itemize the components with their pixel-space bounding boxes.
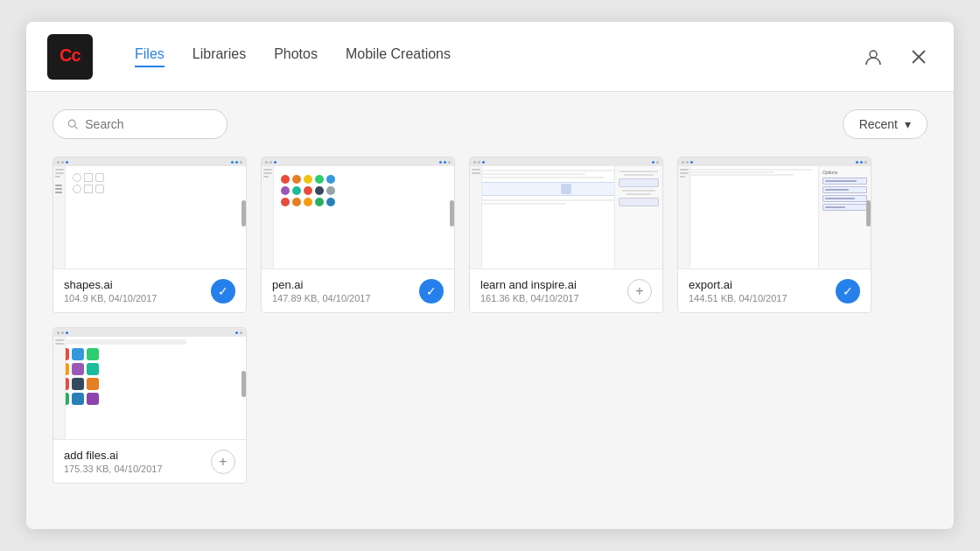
- file-info-addfiles: add files.ai 175.33 KB, 04/10/2017 +: [53, 440, 246, 483]
- search-box: [52, 109, 228, 139]
- app-window: Cc Files Libraries Photos Mobile Creatio…: [26, 22, 954, 529]
- svg-point-1: [870, 51, 877, 58]
- file-meta-pen: pen.ai 147.89 KB, 04/10/2017: [272, 278, 419, 303]
- file-detail-shapes: 104.9 KB, 04/10/2017: [64, 293, 211, 303]
- file-meta-export: export.ai 144.51 KB, 04/10/2017: [689, 278, 836, 303]
- file-detail-pen: 147.89 KB, 04/10/2017: [272, 293, 419, 303]
- sort-arrow-icon: ▾: [905, 117, 911, 131]
- file-card-pen[interactable]: pen.ai 147.89 KB, 04/10/2017 ✓: [261, 157, 455, 313]
- thumbnail-learn: [470, 157, 662, 269]
- tab-mobile-creations[interactable]: Mobile Creations: [346, 46, 451, 67]
- file-card-learn[interactable]: learn and inspire.ai 161.36 KB, 04/10/20…: [469, 157, 663, 313]
- app-logo[interactable]: Cc: [47, 34, 93, 80]
- file-name-learn: learn and inspire.ai: [480, 278, 627, 291]
- sort-dropdown[interactable]: Recent ▾: [843, 109, 928, 139]
- search-icon: [67, 118, 78, 130]
- thumbnail-pen: [262, 157, 454, 269]
- check-icon-pen: ✓: [426, 284, 437, 298]
- svg-text:Cc: Cc: [60, 45, 80, 65]
- check-icon-shapes: ✓: [218, 284, 228, 298]
- close-icon: [911, 49, 927, 65]
- file-action-learn[interactable]: +: [627, 279, 652, 303]
- thumbnail-shapes: [53, 157, 246, 269]
- file-action-pen[interactable]: ✓: [419, 279, 444, 303]
- file-info-learn: learn and inspire.ai 161.36 KB, 04/10/20…: [470, 269, 662, 312]
- header-actions: [859, 43, 933, 71]
- grid-row-2: add files.ai 175.33 KB, 04/10/2017 +: [52, 327, 928, 484]
- file-detail-export: 144.51 KB, 04/10/2017: [689, 293, 836, 303]
- file-name-addfiles: add files.ai: [64, 449, 211, 462]
- nav-tabs: Files Libraries Photos Mobile Creations: [135, 46, 859, 67]
- file-info-shapes: shapes.ai 104.9 KB, 04/10/2017 ✓: [53, 269, 246, 312]
- file-name-export: export.ai: [689, 278, 836, 291]
- search-input[interactable]: [85, 117, 213, 131]
- files-grid: shapes.ai 104.9 KB, 04/10/2017 ✓: [26, 157, 954, 529]
- plus-icon-addfiles: +: [219, 454, 227, 470]
- user-icon: [864, 47, 883, 66]
- header: Cc Files Libraries Photos Mobile Creatio…: [26, 22, 954, 92]
- plus-icon-learn: +: [635, 283, 643, 299]
- tab-libraries[interactable]: Libraries: [192, 46, 246, 67]
- svg-point-4: [68, 120, 75, 127]
- sort-label: Recent: [859, 117, 898, 131]
- check-icon-export: ✓: [843, 284, 853, 298]
- file-meta-addfiles: add files.ai 175.33 KB, 04/10/2017: [64, 449, 211, 474]
- logo-icon: Cc: [58, 42, 82, 72]
- file-action-export[interactable]: ✓: [836, 279, 860, 303]
- file-name-shapes: shapes.ai: [64, 278, 211, 291]
- file-name-pen: pen.ai: [272, 278, 419, 291]
- grid-row-1: shapes.ai 104.9 KB, 04/10/2017 ✓: [52, 157, 928, 313]
- thumbnail-addfiles: [53, 328, 246, 440]
- user-button[interactable]: [859, 43, 887, 71]
- close-button[interactable]: [905, 43, 933, 71]
- file-detail-addfiles: 175.33 KB, 04/10/2017: [64, 464, 211, 474]
- file-meta-shapes: shapes.ai 104.9 KB, 04/10/2017: [64, 278, 211, 303]
- file-info-pen: pen.ai 147.89 KB, 04/10/2017 ✓: [262, 269, 454, 312]
- toolbar: Recent ▾: [26, 92, 954, 157]
- thumbnail-export: Options: [678, 157, 871, 269]
- file-meta-learn: learn and inspire.ai 161.36 KB, 04/10/20…: [480, 278, 627, 303]
- file-card-shapes[interactable]: shapes.ai 104.9 KB, 04/10/2017 ✓: [52, 157, 247, 313]
- tab-photos[interactable]: Photos: [274, 46, 318, 67]
- file-detail-learn: 161.36 KB, 04/10/2017: [480, 293, 627, 303]
- file-info-export: export.ai 144.51 KB, 04/10/2017 ✓: [678, 269, 871, 312]
- file-card-addfiles[interactable]: add files.ai 175.33 KB, 04/10/2017 +: [52, 327, 247, 484]
- file-action-addfiles[interactable]: +: [211, 450, 235, 474]
- svg-line-5: [74, 126, 77, 129]
- file-action-shapes[interactable]: ✓: [211, 279, 235, 303]
- file-card-export[interactable]: Options: [677, 157, 872, 313]
- tab-files[interactable]: Files: [135, 46, 164, 67]
